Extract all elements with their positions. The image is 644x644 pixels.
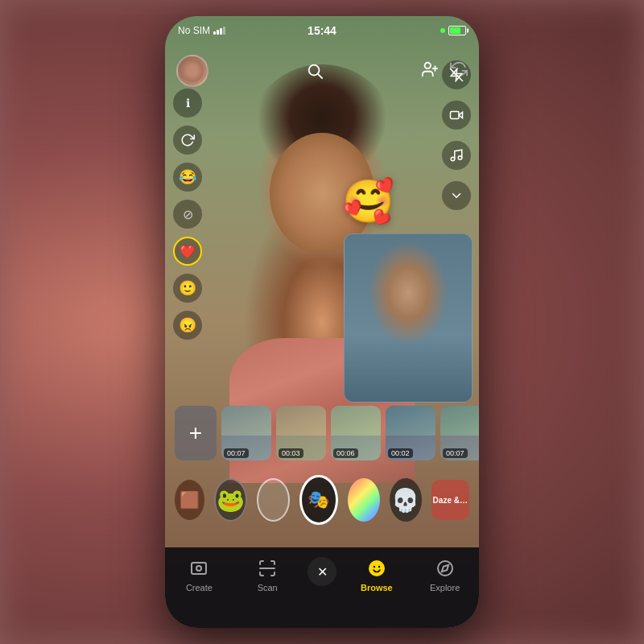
filter-time-2: 00:03 (279, 448, 303, 458)
pip-video-feed (345, 234, 472, 402)
video-icon (449, 108, 464, 122)
info-button[interactable]: ℹ (173, 89, 202, 118)
filter-time-5: 00:07 (443, 448, 468, 458)
lens-brown-icon: 🟫 (180, 490, 200, 510)
filter-thumb-4[interactable]: 00:02 (386, 406, 436, 460)
filter-time-1: 00:07 (224, 448, 249, 458)
nav-item-explore[interactable]: Explore (411, 557, 479, 592)
chevron-down-icon (449, 188, 464, 203)
avatar-image (181, 60, 204, 82)
lens-skull-icon: 💀 (391, 487, 419, 514)
svg-point-12 (196, 566, 201, 571)
lens-strip: 🟫 🐸 🎭 💀 Daze &… (165, 469, 479, 531)
smiley-svg-icon (367, 559, 386, 578)
block-button[interactable]: ⊘ (173, 200, 202, 229)
top-controls (165, 48, 479, 93)
carrier-info: No SIM (178, 25, 225, 36)
scan-svg-icon (258, 559, 277, 578)
svg-rect-7 (451, 112, 460, 119)
carrier-label: No SIM (178, 25, 210, 36)
filter-strip: + 00:07 00:03 00:06 00:02 00:07 (165, 399, 479, 467)
lens-camera-active[interactable]: 🎭 (299, 475, 337, 525)
nav-item-close[interactable]: ✕ (302, 557, 343, 586)
svg-rect-11 (192, 563, 206, 574)
filter-thumb-2[interactable]: 00:03 (276, 406, 326, 460)
signal-bars (213, 27, 225, 35)
filter-thumb-3[interactable]: 00:06 (331, 406, 381, 460)
scan-icon (256, 557, 279, 580)
svg-point-16 (378, 566, 380, 568)
phone-frame: No SIM 15:44 (165, 16, 479, 628)
lens-camera-icon: 🎭 (308, 489, 329, 510)
add-friend-icon (421, 60, 439, 78)
close-icon: ✕ (317, 564, 328, 580)
battery-nub (467, 29, 469, 33)
svg-line-1 (318, 74, 322, 78)
face-lens-button[interactable]: 😂 (173, 163, 202, 192)
left-sidebar: ℹ 😂 ⊘ ❤️ 🙂 😠 (173, 89, 202, 340)
lens-skull[interactable]: 💀 (390, 478, 422, 522)
browse-icon (365, 557, 388, 580)
pip-video[interactable] (344, 233, 473, 402)
avatar[interactable] (176, 55, 208, 87)
lens-frog[interactable]: 🐸 (214, 478, 247, 522)
nav-explore-label: Explore (430, 583, 460, 592)
lens-brown[interactable]: 🟫 (175, 480, 204, 520)
battery-fill (450, 27, 460, 34)
filter-time-4: 00:02 (388, 448, 413, 458)
filter-thumb-1[interactable]: 00:07 (221, 406, 271, 460)
search-button[interactable] (300, 56, 329, 85)
svg-point-17 (438, 561, 452, 576)
lens-circle[interactable] (257, 478, 290, 522)
nav-create-label: Create (186, 583, 213, 592)
lens-rainbow[interactable] (348, 478, 380, 522)
explore-icon (434, 557, 456, 580)
emoji-overlay: 🥰 (342, 177, 394, 226)
status-bar: No SIM 15:44 (165, 16, 479, 45)
svg-point-2 (425, 63, 431, 68)
smile-button[interactable]: 🙂 (173, 274, 202, 303)
nav-browse-label: Browse (361, 583, 393, 592)
battery-indicator-dot (440, 28, 445, 33)
status-right (440, 26, 466, 35)
add-clip-button[interactable]: + (175, 406, 217, 460)
nav-item-scan[interactable]: Scan (233, 557, 302, 592)
video-filter-button[interactable] (442, 101, 471, 130)
lens-daze[interactable]: Daze &… (431, 480, 469, 520)
lens-frog-icon: 🐸 (217, 487, 245, 514)
battery-icon (448, 26, 466, 35)
lens-daze-label: Daze &… (433, 496, 468, 505)
refresh-button[interactable] (173, 126, 202, 155)
bottom-nav: Create Scan ✕ (165, 547, 479, 628)
refresh-icon (180, 133, 195, 147)
more-button[interactable] (442, 181, 471, 210)
svg-point-10 (458, 156, 462, 160)
filter-time-3: 00:06 (333, 448, 358, 458)
heart-button[interactable]: ❤️ (173, 237, 202, 266)
nav-item-create[interactable]: Create (165, 557, 233, 592)
angry-button[interactable]: 😠 (173, 311, 202, 340)
close-button[interactable]: ✕ (308, 557, 336, 586)
right-sidebar (442, 60, 471, 210)
create-icon (188, 557, 210, 580)
explore-svg-icon (436, 559, 455, 578)
filter-thumb-5[interactable]: 00:07 (440, 406, 479, 460)
svg-point-14 (369, 560, 385, 576)
svg-point-15 (374, 566, 375, 568)
flash-off-icon (449, 68, 464, 82)
create-svg-icon (189, 559, 208, 578)
music-icon (449, 148, 464, 163)
nav-scan-label: Scan (258, 583, 278, 592)
search-icon (306, 62, 324, 80)
music-button[interactable] (442, 141, 471, 170)
nav-item-browse[interactable]: Browse (342, 557, 411, 592)
flash-button[interactable] (442, 60, 471, 89)
status-time: 15:44 (308, 24, 336, 37)
svg-point-9 (451, 157, 455, 161)
add-friend-button[interactable] (421, 60, 439, 81)
